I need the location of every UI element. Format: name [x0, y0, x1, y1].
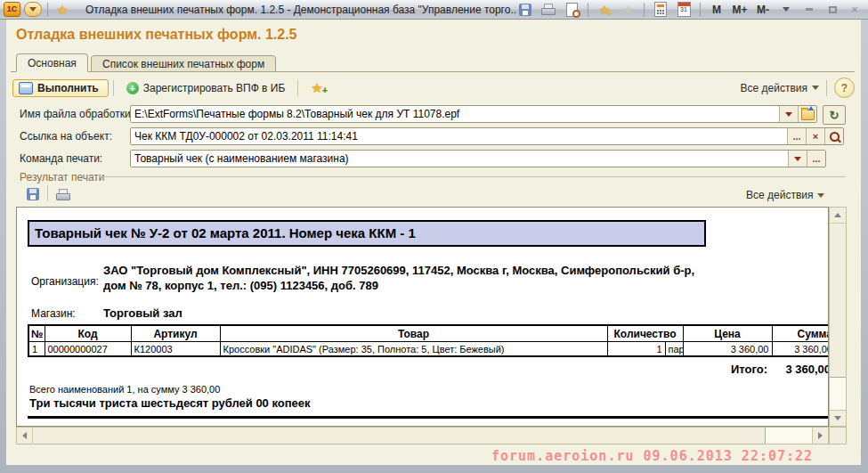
cell-code: 00000000027: [45, 342, 131, 357]
memory-recall-button[interactable]: M: [708, 2, 726, 18]
printer-icon: [541, 4, 556, 15]
document-title-cell[interactable]: Товарный чек № У-2 от 02 марта 2011. Ном…: [28, 220, 706, 247]
horizontal-scroll-thumb[interactable]: [33, 428, 766, 444]
tab-strip: Основная Список внешних печатных форм: [11, 53, 855, 72]
titlebar-overflow-button[interactable]: [777, 2, 795, 18]
titlebar: 1С ★ Отладка внешних печатных форм. 1.2.…: [0, 0, 868, 20]
object-find-button[interactable]: [824, 128, 843, 144]
scroll-down-button[interactable]: [830, 410, 846, 426]
scrollbar-corner: [829, 427, 847, 444]
help-button[interactable]: ?: [834, 77, 855, 98]
star-plus-icon: ★+: [311, 82, 322, 94]
col-product: Товар: [220, 325, 607, 342]
vertical-scroll-thumb[interactable]: [830, 224, 846, 378]
scroll-left-button[interactable]: [17, 428, 33, 444]
favorites-button[interactable]: ★: [53, 2, 71, 18]
memory-plus-button[interactable]: M+: [731, 2, 749, 18]
object-reference-label: Ссылка на объект:: [20, 130, 112, 143]
scroll-right-button[interactable]: [812, 428, 828, 444]
calculator-button[interactable]: [652, 2, 669, 18]
refresh-button[interactable]: ↻: [823, 105, 846, 125]
printer-icon: [56, 189, 70, 200]
command-choose-button[interactable]: ...: [807, 151, 825, 167]
main-menu-button[interactable]: [24, 2, 42, 17]
col-quantity: Количество: [607, 325, 683, 342]
cell-qty: 1: [607, 342, 665, 357]
result-print-button[interactable]: [52, 183, 75, 205]
organization-value: ЗАО "Торговый дом Комплексный", ИНН 7705…: [103, 263, 718, 293]
toolbar-right-group: Все действия ?: [741, 77, 855, 98]
titlebar-separator: [644, 3, 645, 17]
file-dropdown-button[interactable]: [779, 106, 798, 122]
group-divider: [100, 176, 846, 177]
add-favorite-button[interactable]: ★: [596, 2, 613, 18]
save-button[interactable]: [516, 2, 534, 18]
calendar-button[interactable]: 31: [675, 2, 693, 18]
table-header-row: № Код Артикул Товар Количество Цена Сумм…: [28, 325, 829, 342]
cell-sum: 3 360,00: [772, 342, 829, 357]
chevron-down-icon: [812, 86, 819, 90]
object-reference-field: ... ×: [130, 127, 844, 145]
maximize-icon: [829, 6, 837, 13]
chevron-down-icon: [29, 7, 37, 12]
all-actions-button[interactable]: Все действия: [741, 82, 819, 94]
app-logo-icon: 1С: [4, 2, 20, 17]
close-button[interactable]: ×: [847, 2, 863, 18]
col-code: Код: [45, 325, 131, 342]
result-all-actions-button[interactable]: Все действия: [746, 189, 824, 201]
vertical-scrollbar[interactable]: [829, 207, 847, 427]
horizontal-scrollbar[interactable]: [16, 427, 829, 444]
cell-product: Кроссовки "ADIDAS" (Размер: 35, Полнота:…: [220, 342, 607, 357]
cell-unit: пара: [665, 342, 683, 357]
favorites-list-button[interactable]: ★: [619, 2, 637, 18]
col-article: Артикул: [131, 325, 220, 342]
print-command-input[interactable]: [131, 151, 788, 167]
titlebar-separator: [700, 3, 701, 17]
processing-file-name-input[interactable]: [131, 106, 779, 122]
arrow-down-icon: [834, 416, 841, 420]
floppy-icon: [27, 188, 39, 200]
goods-table: № Код Артикул Товар Количество Цена Сумм…: [28, 324, 829, 357]
command-dropdown-button[interactable]: [788, 151, 807, 167]
all-actions-label: Все действия: [741, 82, 807, 94]
memory-minus-button[interactable]: M-: [754, 2, 772, 18]
result-all-actions-label: Все действия: [746, 189, 813, 201]
print-button[interactable]: [539, 2, 557, 18]
calculator-icon: [654, 2, 667, 17]
toolbar-separator: [113, 80, 114, 96]
register-vpf-button[interactable]: + Зарегистрировать ВПФ в ИБ: [118, 79, 294, 97]
arrow-right-icon: [818, 432, 823, 439]
minimize-icon: [806, 8, 813, 11]
organization-label: Организация:: [31, 275, 99, 288]
scroll-up-button[interactable]: [830, 208, 846, 224]
tab-external-print-forms-list[interactable]: Список внешних печатных форм: [91, 55, 276, 72]
object-clear-button[interactable]: ×: [806, 128, 824, 144]
object-reference-input[interactable]: [131, 128, 787, 144]
main-toolbar: Выполнить + Зарегистрировать ВПФ в ИБ ★+…: [12, 76, 855, 100]
file-open-button[interactable]: [798, 106, 816, 122]
toolbar-separator: [826, 80, 827, 96]
tab-main[interactable]: Основная: [16, 53, 88, 72]
arrow-up-icon: [834, 213, 841, 217]
print-preview-button[interactable]: [563, 2, 580, 18]
add-to-favorites-button[interactable]: ★+: [303, 79, 330, 97]
print-command-label: Команда печати:: [20, 152, 102, 165]
table-row: 1 00000000027 К120003 Кроссовки "ADIDAS"…: [28, 342, 829, 357]
object-choose-button[interactable]: ...: [787, 128, 806, 144]
execute-button[interactable]: Выполнить: [12, 79, 109, 97]
result-save-button[interactable]: [21, 183, 45, 205]
col-price: Цена: [683, 325, 772, 342]
print-result-document[interactable]: Товарный чек № У-2 от 02 марта 2011. Ном…: [16, 207, 829, 427]
window-title: Отладка внешних печатных форм. 1.2.5 - Д…: [85, 4, 516, 16]
minimize-button[interactable]: [800, 2, 818, 18]
app-window: 1С ★ Отладка внешних печатных форм. 1.2.…: [0, 0, 868, 473]
document-divider: [28, 416, 829, 419]
page-title: Отладка внешних печатных форм. 1.2.5: [16, 27, 297, 43]
col-sum: Сумма: [772, 325, 829, 342]
processing-file-name-field: [130, 105, 817, 123]
store-label: Магазин:: [31, 307, 76, 320]
maximize-button[interactable]: [823, 2, 841, 18]
chevron-down-icon: [794, 157, 801, 161]
star-arrow-icon: ★: [599, 4, 611, 16]
titlebar-right-group: ★ ★ 31 M M+ M- ×: [516, 2, 868, 18]
